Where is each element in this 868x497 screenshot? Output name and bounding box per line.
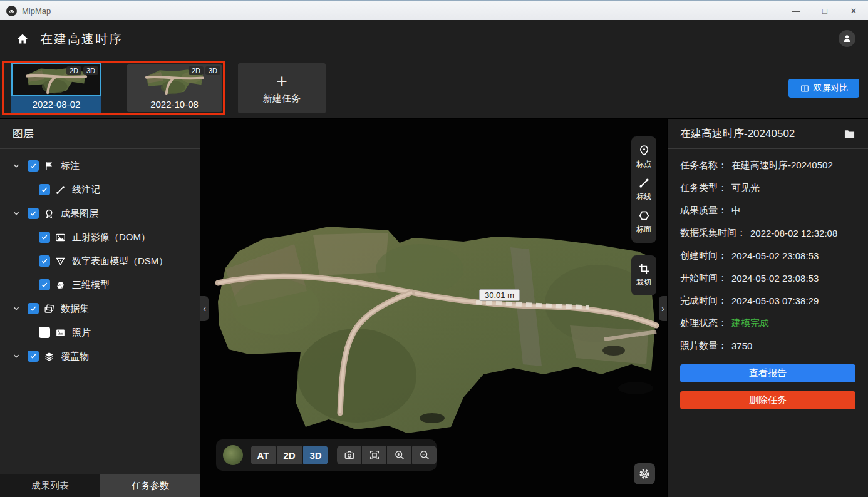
badge-2d: 2D: [66, 66, 81, 75]
task-thumbnail: 2D 3D: [11, 63, 101, 96]
layer-row-annotations[interactable]: 标注: [0, 154, 200, 178]
delete-task-button[interactable]: 删除任务: [680, 391, 855, 409]
field-start-time: 开始时间： 2024-05-02 23:08:53: [680, 267, 855, 289]
open-folder-button[interactable]: [844, 128, 855, 139]
field-task-name: 任务名称： 在建高速时序-20240502: [680, 154, 855, 177]
layer-checkbox[interactable]: [39, 279, 50, 290]
chevron-down-icon[interactable]: [13, 162, 23, 170]
mode-at-button[interactable]: AT: [251, 446, 276, 464]
field-process-status: 处理状态： 建模完成: [680, 312, 855, 334]
layer-checkbox[interactable]: [39, 232, 50, 243]
layer-label: 照片: [72, 327, 91, 339]
layer-row-line-annotation[interactable]: 线注记: [0, 178, 200, 202]
layer-tree: 标注 线注记 成果图层: [0, 149, 200, 368]
layer-checkbox[interactable]: [28, 303, 39, 314]
zoom-out-button[interactable]: [412, 446, 437, 464]
layer-checkbox[interactable]: [39, 184, 50, 195]
collapse-left-panel-button[interactable]: ‹: [200, 296, 209, 321]
chevron-down-icon[interactable]: [13, 352, 23, 360]
layer-row-photos[interactable]: 照片: [0, 320, 200, 344]
app-logo-icon: [6, 6, 17, 16]
badge-3d: 3D: [205, 66, 220, 75]
image-icon: [55, 232, 66, 243]
minimize-button[interactable]: —: [782, 1, 810, 20]
dual-screen-compare-button[interactable]: 双屏对比: [788, 79, 859, 98]
status-badge: 建模完成: [731, 317, 769, 329]
close-button[interactable]: ✕: [839, 1, 868, 20]
field-task-type: 任务类型： 可见光: [680, 177, 855, 199]
triangle-icon: [55, 256, 66, 267]
layer-checkbox[interactable]: [28, 208, 39, 219]
gear-icon: [638, 468, 651, 480]
mark-line-button[interactable]: 标线: [631, 173, 656, 206]
layer-row-dsm[interactable]: 数字表面模型（DSM）: [0, 249, 200, 273]
field-photo-count: 照片数量： 3750: [680, 334, 855, 357]
fit-view-button[interactable]: [362, 446, 386, 464]
tab-result-list[interactable]: 成果列表: [0, 474, 100, 497]
viewer-settings-button[interactable]: [634, 463, 655, 484]
screenshot-button[interactable]: [337, 446, 361, 464]
task-date-label: 2022-08-02: [11, 96, 101, 113]
badge-icon: [44, 208, 55, 219]
split-screen-icon: [800, 84, 810, 93]
home-button[interactable]: [16, 33, 29, 45]
hexagon-icon: [638, 210, 650, 222]
task-date-label: 2022-10-08: [127, 99, 222, 110]
layer-checkbox[interactable]: [39, 255, 50, 267]
person-icon: [842, 34, 852, 43]
crop-toolbar: 裁切: [631, 255, 656, 295]
sidebar-tabs: 成果列表 任务参数: [0, 474, 200, 497]
mode-3d-button[interactable]: 3D: [303, 446, 328, 464]
task-card-2022-10-08[interactable]: 2D 3D 2022-10-08: [127, 64, 222, 112]
zoom-out-icon: [419, 449, 430, 461]
layer-label: 数字表面模型（DSM）: [72, 255, 168, 267]
mode-2d-button[interactable]: 2D: [277, 446, 302, 464]
chevron-down-icon[interactable]: [13, 210, 23, 217]
layer-label: 三维模型: [72, 279, 110, 291]
home-icon: [16, 33, 29, 45]
map-viewer[interactable]: 30.01 m ‹ › 标点 标线 标面: [200, 119, 667, 497]
new-task-label: 新建任务: [263, 93, 301, 105]
tab-task-params[interactable]: 任务参数: [100, 474, 200, 497]
layer-checkbox[interactable]: [28, 351, 39, 362]
task-details-panel: 在建高速时序-20240502 任务名称： 在建高速时序-20240502 任务…: [667, 119, 868, 497]
task-fields: 任务名称： 在建高速时序-20240502 任务类型： 可见光 成果质量： 中 …: [668, 149, 868, 357]
layer-row-overlays[interactable]: 覆盖物: [0, 344, 200, 368]
layer-label: 正射影像（DOM）: [72, 232, 150, 243]
plus-icon: +: [276, 73, 287, 90]
layer-row-3d-model[interactable]: 三维模型: [0, 273, 200, 297]
task-card-2022-08-02[interactable]: 2D 3D 2022-08-02: [11, 63, 101, 113]
mark-area-button[interactable]: 标面: [631, 206, 656, 238]
view-report-button[interactable]: 查看报告: [680, 364, 855, 382]
zoom-in-button[interactable]: [387, 446, 411, 464]
layer-checkbox-unchecked[interactable]: [39, 327, 50, 338]
layer-checkbox[interactable]: [28, 160, 39, 172]
tool-label: 裁切: [636, 277, 651, 288]
titlebar: MipMap — □ ✕: [0, 0, 868, 20]
viewer-bottom-toolbar: AT 2D 3D: [216, 439, 437, 471]
layer-row-dataset[interactable]: 数据集: [0, 297, 200, 320]
mark-point-button[interactable]: 标点: [631, 141, 656, 173]
crop-icon: [638, 263, 650, 275]
layer-label: 线注记: [72, 184, 100, 196]
user-avatar[interactable]: [839, 30, 855, 47]
compare-label: 双屏对比: [814, 83, 849, 94]
layer-row-result-layers[interactable]: 成果图层: [0, 202, 200, 225]
annotation-toolbar: 标点 标线 标面: [631, 136, 656, 243]
overview-map-thumbnail[interactable]: [223, 445, 243, 465]
crop-button[interactable]: 裁切: [631, 259, 656, 292]
new-task-button[interactable]: + 新建任务: [238, 63, 326, 113]
layer-row-dom[interactable]: 正射影像（DOM）: [0, 225, 200, 249]
maximize-button[interactable]: □: [810, 1, 839, 20]
layers-sidebar: 图层 标注 线注记: [0, 119, 200, 497]
chevron-down-icon[interactable]: [13, 305, 23, 312]
view-mode-switcher: AT 2D 3D: [251, 446, 328, 464]
pin-icon: [638, 145, 650, 156]
result-badges: 2D 3D: [66, 66, 98, 75]
divider: [780, 58, 780, 118]
line-icon: [638, 177, 650, 189]
field-capture-time: 数据采集时间： 2022-08-02 12:32:08: [680, 222, 855, 244]
measurement-label: 30.01 m: [479, 289, 520, 301]
collapse-right-panel-button[interactable]: ›: [659, 296, 667, 321]
field-result-quality: 成果质量： 中: [680, 199, 855, 222]
